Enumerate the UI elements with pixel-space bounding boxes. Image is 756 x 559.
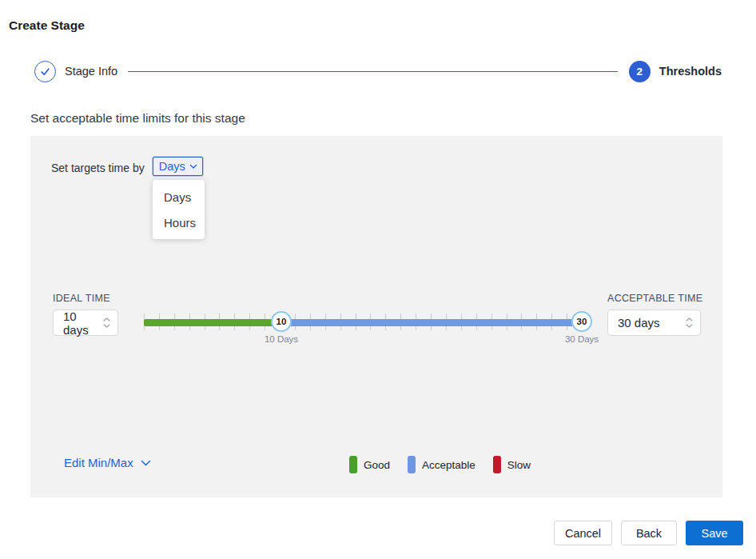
slider-max-caption: 30 Days	[558, 334, 606, 344]
step2-number: 2	[637, 66, 643, 78]
step2-label[interactable]: Thresholds	[659, 65, 722, 78]
legend-label-good: Good	[364, 459, 390, 471]
page-title: Create Stage	[9, 18, 85, 33]
dropdown-option-days[interactable]: Days	[153, 184, 205, 210]
thresholds-panel: Set targets time by Days Days Hours IDEA…	[30, 136, 722, 497]
stepper: Stage Info 2 Thresholds	[34, 60, 722, 82]
acceptable-time-input[interactable]: 30 days	[607, 309, 701, 336]
dropdown-option-hours[interactable]: Hours	[153, 210, 205, 235]
legend-swatch-good	[349, 456, 357, 473]
slider-handle-max[interactable]: 30	[571, 311, 592, 332]
legend-label-slow: Slow	[507, 459, 531, 471]
unit-dropdown-menu: Days Hours	[153, 180, 205, 239]
slider-segment-good[interactable]	[144, 319, 281, 326]
step1-check-circle[interactable]	[34, 61, 56, 82]
acceptable-time-label: ACCEPTABLE TIME	[607, 293, 702, 304]
slider-min-caption: 10 Days	[257, 334, 305, 344]
slider-handle-min[interactable]: 10	[271, 311, 292, 332]
legend-swatch-slow	[493, 456, 501, 473]
ideal-time-input[interactable]: 10 days	[53, 309, 118, 336]
legend-item-slow: Slow	[493, 456, 531, 473]
section-heading: Set acceptable time limits for this stag…	[30, 111, 245, 126]
legend-swatch-acceptable	[408, 456, 416, 473]
unit-dropdown-value: Days	[159, 160, 185, 173]
chevron-down-icon	[686, 324, 693, 328]
chevron-up-icon	[686, 317, 693, 321]
ideal-time-label: IDEAL TIME	[53, 293, 110, 304]
legend: Good Acceptable Slow	[349, 456, 531, 473]
legend-item-good: Good	[349, 456, 390, 473]
edit-minmax-link[interactable]: Edit Min/Max	[64, 456, 151, 469]
edit-minmax-label: Edit Min/Max	[64, 456, 133, 469]
legend-label-acceptable: Acceptable	[422, 459, 475, 471]
save-button[interactable]: Save	[686, 521, 743, 545]
chevron-up-icon	[103, 317, 110, 321]
check-icon	[39, 66, 51, 78]
step2-number-circle[interactable]: 2	[629, 61, 651, 82]
time-range-slider: 10 30 10 Days 30 Days	[144, 308, 582, 345]
chevron-down-icon	[141, 460, 151, 466]
chevron-down-icon	[103, 324, 110, 328]
ideal-time-value: 10 days	[63, 309, 103, 337]
back-button[interactable]: Back	[621, 521, 677, 545]
targets-label: Set targets time by	[51, 159, 145, 174]
cancel-button[interactable]: Cancel	[554, 521, 612, 545]
unit-dropdown[interactable]: Days	[153, 157, 203, 176]
stepper-connector-line	[128, 71, 618, 72]
footer-actions: Cancel Back Save	[554, 521, 743, 545]
chevron-down-icon	[189, 164, 197, 170]
acceptable-time-value: 30 days	[618, 316, 660, 329]
legend-item-acceptable: Acceptable	[408, 456, 475, 473]
step1-label[interactable]: Stage Info	[65, 65, 117, 78]
acceptable-time-stepper[interactable]	[686, 317, 693, 328]
slider-segment-acceptable[interactable]	[281, 319, 582, 326]
targets-row: Set targets time by Days	[51, 157, 203, 176]
ideal-time-stepper[interactable]	[103, 317, 110, 328]
